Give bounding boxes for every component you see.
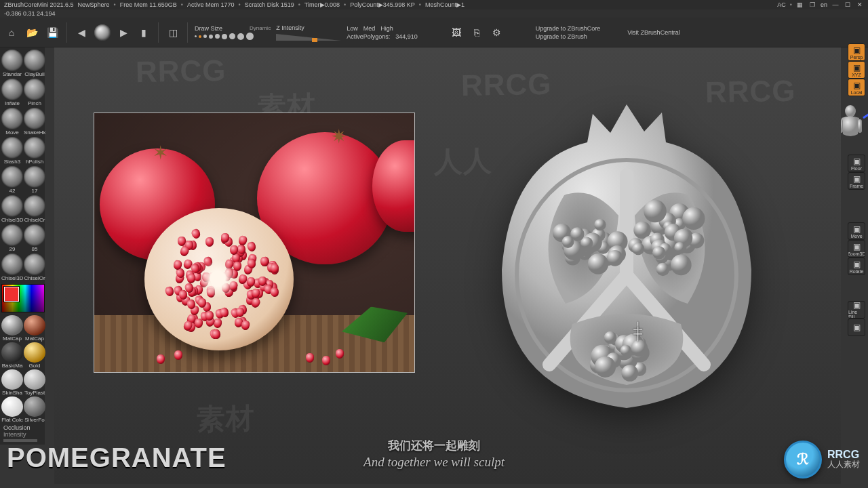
- brush-label: 17: [24, 188, 45, 194]
- brush-cursor-icon: ┼┼: [633, 327, 640, 336]
- active-polys-label: ActivePolygons:: [347, 33, 390, 40]
- maximize-icon[interactable]: ☐: [844, 1, 852, 8]
- brush-label: 29: [1, 246, 23, 252]
- link-visit-central[interactable]: Visit ZBrushCentral: [627, 29, 679, 36]
- quality-med[interactable]: Med: [363, 25, 376, 32]
- sculpt-mesh: [491, 100, 762, 419]
- brush-inflate[interactable]: [1, 79, 23, 100]
- svg-point-84: [595, 357, 616, 378]
- watermark: RRCG: [461, 67, 552, 102]
- video-title: POMEGRANATE: [7, 443, 226, 473]
- brush-29[interactable]: [1, 224, 23, 246]
- left-palette: StandarClayBuilInflatePinchMoveSnakeHkSl…: [0, 47, 45, 445]
- material-silverfo[interactable]: [24, 396, 45, 417]
- material-basicma[interactable]: [1, 342, 23, 363]
- brush-slash3[interactable]: [1, 137, 23, 159]
- material-flat colc[interactable]: [1, 396, 23, 417]
- draw-size-label: Draw Size: [195, 25, 222, 32]
- lang-label[interactable]: en: [821, 1, 827, 8]
- intensity-slider[interactable]: [3, 439, 37, 442]
- brush-move[interactable]: [1, 108, 23, 129]
- rbtn-line fill[interactable]: ▣Line Fill: [848, 301, 865, 319]
- material-label: Gold: [24, 363, 45, 369]
- watermark: 人人: [434, 142, 493, 180]
- meshcount: MeshCount▶1: [425, 1, 465, 8]
- brush-42[interactable]: [1, 166, 23, 188]
- reference-image[interactable]: ✶ ✷: [94, 113, 415, 373]
- brush-label: Slash3: [1, 159, 23, 165]
- material-matcap[interactable]: [1, 315, 23, 336]
- svg-point-61: [652, 246, 665, 259]
- material-gold[interactable]: [24, 342, 45, 363]
- home-icon[interactable]: ⌂: [4, 25, 19, 40]
- svg-point-3: [845, 105, 856, 117]
- minimize-icon[interactable]: —: [831, 1, 840, 8]
- occlusion-label[interactable]: Occlusion: [3, 424, 41, 431]
- open-icon[interactable]: 📂: [24, 25, 39, 40]
- brush-label: Standar: [1, 71, 23, 77]
- brush-chiselor[interactable]: [24, 253, 45, 275]
- material-label: SkinSha: [1, 390, 23, 396]
- viewport[interactable]: RRCG 素材 人人 RRCG 素材 RRCG ✶ ✷: [54, 47, 841, 484]
- material-label: ToyPlast: [24, 390, 45, 396]
- settings-icon[interactable]: ⚙: [490, 25, 505, 40]
- rbtn-floor[interactable]: ▣Floor: [848, 155, 865, 172]
- brush-claybuil[interactable]: [24, 49, 45, 71]
- chevron-right-icon[interactable]: ▶: [116, 25, 131, 40]
- image-icon[interactable]: 🖼: [449, 25, 464, 40]
- svg-point-68: [674, 242, 686, 253]
- subtitle: 我们还将一起雕刻 And together we will sculpt: [363, 438, 505, 470]
- brand-logo: ℛ RRCG 人人素材: [784, 441, 860, 479]
- window-icon[interactable]: ❐: [808, 1, 816, 8]
- append-icon[interactable]: ▮: [136, 25, 151, 40]
- dynamic-label: Dynamic: [250, 25, 271, 32]
- brush-17[interactable]: [24, 166, 45, 188]
- link-upgrade-core[interactable]: Upgrade to ZBrushCore: [536, 25, 601, 32]
- export-icon[interactable]: ⎘: [469, 25, 484, 40]
- z-intensity-slider[interactable]: [276, 34, 341, 41]
- app-name: ZBrushCoreMini 2021.6.5: [4, 1, 74, 8]
- timer: Timer▶0.008: [304, 1, 340, 8]
- rbtn-zoom3d[interactable]: ▣Zoom3D: [848, 240, 865, 258]
- rbtn-local[interactable]: ▣Local: [848, 79, 865, 96]
- quality-high[interactable]: High: [380, 25, 393, 32]
- brush-chisel3d[interactable]: [1, 253, 23, 275]
- link-upgrade-zbrush[interactable]: Upgrade to ZBrush: [536, 33, 601, 40]
- brush-label: Move: [1, 129, 23, 136]
- free-mem: Free Mem 11.659GB: [120, 1, 177, 8]
- right-toolbar: ▣Persp▣XYZ▣Local ▣Floor▣Frame ▣Move▣Zoom…: [846, 43, 867, 336]
- material-toyplast[interactable]: [24, 369, 45, 390]
- brush-label: hPolish: [24, 159, 45, 165]
- rbtn-move[interactable]: ▣Move: [848, 222, 865, 240]
- svg-point-79: [604, 331, 617, 344]
- symmetry-icon[interactable]: ◫: [165, 25, 180, 40]
- brush-hpolish[interactable]: [24, 137, 45, 159]
- brush-85[interactable]: [24, 224, 45, 246]
- brush-chiselcr[interactable]: [24, 195, 45, 217]
- brush-label: ChiselOr: [24, 275, 45, 281]
- svg-point-77: [621, 365, 638, 382]
- chevron-left-icon[interactable]: ◀: [74, 25, 89, 40]
- brush-pinch[interactable]: [24, 79, 45, 100]
- brush-chisel3d[interactable]: [1, 195, 23, 217]
- rbtn-persp[interactable]: ▣Persp: [848, 43, 865, 61]
- active-polys-value: 344,910: [395, 33, 418, 40]
- quality-low[interactable]: Low: [347, 25, 358, 32]
- save-icon[interactable]: 💾: [45, 25, 60, 40]
- brush-standar[interactable]: [1, 49, 23, 71]
- rbtn-xyz[interactable]: ▣XYZ: [848, 61, 865, 79]
- material-skinsha[interactable]: [1, 369, 23, 390]
- close-icon[interactable]: ✕: [856, 1, 864, 8]
- svg-point-64: [671, 255, 692, 276]
- layout-icon[interactable]: ▦: [796, 1, 804, 8]
- rbtn-rotate[interactable]: ▣Rotate: [848, 258, 865, 275]
- primitive-sphere[interactable]: [94, 24, 111, 41]
- svg-point-43: [632, 243, 644, 255]
- color-picker[interactable]: [1, 284, 45, 312]
- rbtn-icon[interactable]: ▣: [848, 319, 865, 336]
- draw-size-slider[interactable]: [195, 33, 271, 40]
- material-matcap[interactable]: [24, 315, 45, 336]
- rbtn-frame[interactable]: ▣Frame: [848, 172, 865, 190]
- brush-snakehk[interactable]: [24, 108, 45, 129]
- brush-label: 42: [1, 188, 23, 194]
